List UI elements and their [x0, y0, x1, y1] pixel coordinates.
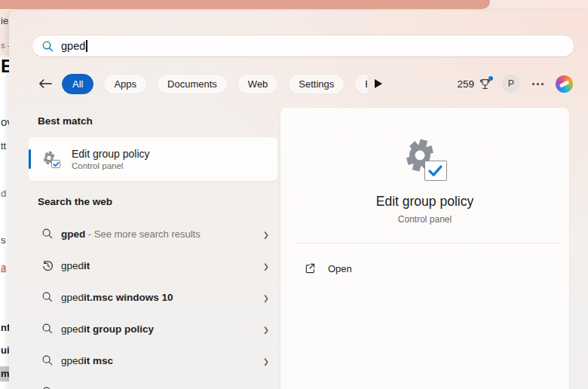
filter-bar-right: 259 P — [457, 75, 573, 93]
history-icon — [41, 259, 54, 272]
search-the-web-header: Search the web — [38, 196, 112, 207]
bg-text-fragment: ie — [1, 15, 8, 26]
search-icon — [41, 290, 54, 304]
open-external-icon — [304, 262, 316, 274]
suggestion-typed: gped — [61, 355, 84, 366]
search-query-text: gped — [61, 40, 85, 52]
result-preview-panel: Edit group policy Control panel Open — [280, 108, 569, 389]
best-match-title: Edit group policy — [72, 148, 150, 160]
suggestion-typed: gped — [61, 260, 84, 271]
search-icon — [41, 354, 54, 367]
chevron-right-icon: › — [264, 288, 268, 306]
notification-dot — [488, 76, 493, 81]
search-icon — [41, 322, 54, 335]
scroll-tabs-right-icon[interactable] — [375, 79, 382, 88]
group-policy-gear-icon — [39, 149, 59, 169]
rewards-trophy-icon — [479, 78, 492, 90]
suggestion-completion: it group policy — [84, 323, 154, 335]
tab-web[interactable]: Web — [237, 74, 279, 94]
more-options-icon[interactable] — [531, 80, 545, 88]
user-avatar[interactable]: P — [502, 75, 520, 93]
chevron-right-icon: › — [264, 225, 268, 243]
suggestion-row[interactable]: gpedit group policy › — [29, 313, 277, 345]
suggestion-typed: gped — [61, 323, 84, 335]
suggestion-query: gped — [61, 228, 85, 240]
suggestion-see-more[interactable]: gped - See more search results › — [29, 218, 277, 250]
bg-text-fragment: tt — [1, 140, 6, 152]
suggestion-completion: it — [84, 387, 90, 389]
suggestion-completion: it.msc windows 10 — [84, 292, 173, 303]
search-icon — [41, 385, 54, 389]
rewards-points: 259 — [457, 78, 474, 90]
bg-text-fragment: m — [1, 368, 10, 379]
chevron-right-icon: › — [264, 256, 268, 274]
tab-documents[interactable]: Documents — [157, 74, 228, 94]
preview-title: Edit group policy — [280, 194, 569, 210]
bg-text-fragment: s — [1, 234, 6, 246]
back-button[interactable] — [38, 76, 53, 91]
suggestion-row[interactable]: gpedit msc › — [29, 345, 277, 376]
suggestion-typed: gped — [61, 387, 84, 389]
browser-titlebar — [0, 0, 588, 11]
filter-bar: All Apps Documents Web Settings Folders … — [38, 72, 573, 95]
tab-folders[interactable]: Folders — [354, 74, 367, 94]
browser-titlebar-accent — [0, 0, 490, 9]
suggestion-history[interactable]: gpedit › — [29, 250, 277, 281]
avatar-initial: P — [508, 78, 514, 89]
suggestion-row-partial[interactable]: gpedit › — [29, 376, 277, 389]
tab-all[interactable]: All — [62, 74, 93, 94]
best-match-text: Edit group policy Control panel — [72, 148, 150, 170]
tab-settings[interactable]: Settings — [288, 74, 345, 94]
chevron-right-icon: › — [264, 383, 268, 389]
preview-subtitle: Control panel — [280, 214, 569, 225]
chevron-right-icon: › — [264, 351, 268, 369]
search-icon — [41, 227, 54, 240]
chevron-right-icon: › — [264, 320, 268, 338]
open-label: Open — [328, 263, 352, 274]
divider — [296, 243, 560, 244]
group-policy-gear-icon-large — [396, 136, 455, 185]
suggestion-completion: it — [84, 260, 90, 271]
search-input[interactable]: gped — [32, 35, 574, 57]
text-caret — [86, 40, 87, 52]
search-icon — [41, 40, 54, 53]
bg-text-fragment: d — [1, 188, 6, 199]
bg-link-fragment: a — [1, 262, 6, 273]
copilot-icon[interactable] — [556, 75, 573, 93]
best-match-subtitle: Control panel — [72, 161, 150, 170]
best-match-result[interactable]: Edit group policy Control panel — [29, 137, 277, 181]
filter-tabs: All Apps Documents Web Settings Folders … — [62, 74, 367, 94]
suggestion-completion: it msc — [84, 355, 113, 366]
suggestion-note: - See more search results — [85, 228, 200, 240]
best-match-header: Best match — [38, 115, 93, 127]
search-flyout: gped All Apps Documents Web Settings Fol… — [9, 11, 588, 389]
selection-accent-bar — [29, 149, 31, 169]
back-arrow-icon — [38, 78, 52, 89]
web-suggestions-list: gped - See more search results › gpedit … — [29, 218, 277, 389]
tab-apps[interactable]: Apps — [103, 74, 147, 94]
open-action[interactable]: Open — [294, 256, 556, 281]
suggestion-typed: gped — [61, 292, 84, 303]
rewards-button[interactable]: 259 — [457, 78, 492, 90]
suggestion-row[interactable]: gpedit.msc windows 10 › — [29, 281, 277, 313]
